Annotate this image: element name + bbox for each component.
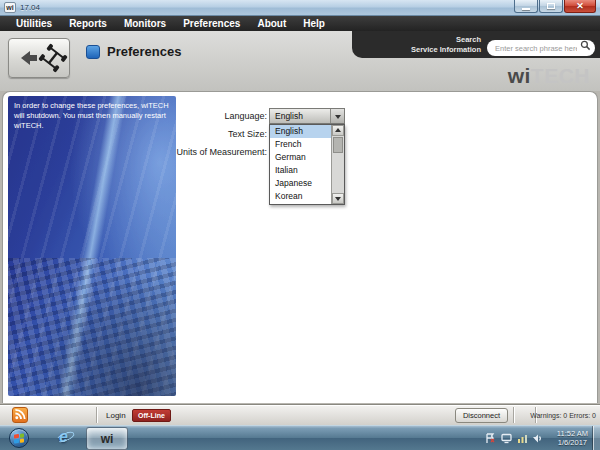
rss-glyph — [14, 407, 27, 421]
menu-utilities[interactable]: Utilities — [16, 18, 52, 29]
page-header: Preferences Search Service Information w… — [0, 31, 600, 91]
logo-tech: TECH — [531, 64, 590, 87]
chevron-up-icon — [472, 432, 478, 450]
search-icon[interactable] — [580, 40, 591, 51]
volume-icon[interactable] — [532, 433, 543, 444]
units-of-measurement-label: Units of Measurement: — [43, 144, 267, 162]
preferences-icon — [86, 45, 100, 59]
statusbar-divider — [96, 407, 97, 423]
login-link[interactable]: Login — [106, 411, 126, 420]
restart-notice-text: In order to change these preferences, wi… — [8, 96, 176, 135]
language-dropdown-button[interactable] — [330, 109, 344, 123]
close-icon: ✕ — [576, 2, 584, 11]
close-button[interactable]: ✕ — [564, 0, 596, 13]
search-panel: Search Service Information — [352, 31, 600, 58]
windows-taskbar: e wi 11:52 AM 1/6/2017 — [0, 425, 600, 450]
menu-reports[interactable]: Reports — [69, 18, 107, 29]
menu-help[interactable]: Help — [303, 18, 325, 29]
menu-preferences[interactable]: Preferences — [183, 18, 240, 29]
clock-time: 11:52 AM — [557, 429, 588, 438]
warnings-errors-count: Warnings: 0 Errors: 0 — [530, 412, 596, 419]
logo-wi: wi — [508, 64, 531, 87]
window-title: 17.04 — [20, 3, 40, 12]
maximize-button[interactable] — [539, 0, 563, 13]
search-box — [487, 37, 595, 53]
scrollbar-thumb[interactable] — [333, 137, 343, 153]
tray-expand-button[interactable] — [472, 435, 478, 450]
option-english[interactable]: English — [270, 125, 331, 138]
search-label: Search Service Information — [411, 35, 481, 54]
statusbar-divider — [513, 407, 514, 423]
witech-taskbar-button[interactable]: wi — [86, 427, 128, 450]
option-korean[interactable]: Korean — [270, 190, 331, 203]
internet-explorer-button[interactable]: e — [56, 428, 76, 448]
language-options: English French German Italian Japanese K… — [270, 125, 331, 204]
back-to-vehicle-button[interactable] — [8, 38, 70, 78]
start-button[interactable] — [9, 428, 29, 448]
scroll-down-icon — [335, 197, 341, 204]
minimize-button[interactable] — [514, 0, 538, 13]
sidebar-keyboard-graphic — [8, 258, 176, 396]
preferences-content-panel: In order to change these preferences, wi… — [2, 91, 598, 403]
witech-logo: wiTECH — [508, 64, 590, 88]
option-french[interactable]: French — [270, 138, 331, 151]
show-desktop-button[interactable] — [593, 426, 600, 450]
status-bar: Login Off-Line Disconnect Warnings: 0 Er… — [0, 404, 600, 425]
option-japanese[interactable]: Japanese — [270, 177, 331, 190]
vehicle-chassis-icon — [36, 41, 70, 75]
witech-application-window: wi 17.04 ✕ Utilities Reports Monitors Pr… — [0, 0, 600, 450]
maximize-icon — [547, 3, 555, 9]
disconnect-button[interactable]: Disconnect — [455, 408, 508, 423]
feed-icon[interactable] — [12, 407, 28, 423]
language-dropdown-list: English French German Italian Japanese K… — [269, 124, 345, 205]
option-german[interactable]: German — [270, 151, 331, 164]
page-title: Preferences — [107, 44, 181, 59]
clock-date: 1/6/2017 — [557, 438, 588, 447]
language-selected-value: English — [270, 109, 330, 123]
taskbar-clock[interactable]: 11:52 AM 1/6/2017 — [557, 429, 588, 448]
main-area: In order to change these preferences, wi… — [0, 91, 600, 404]
action-center-flag-icon[interactable] — [485, 433, 496, 444]
scroll-down-button[interactable] — [332, 193, 344, 204]
dropdown-scrollbar[interactable] — [331, 125, 344, 204]
chevron-down-icon — [335, 115, 341, 122]
window-titlebar: wi 17.04 ✕ — [0, 0, 600, 16]
network-status-icon[interactable] — [517, 433, 528, 444]
witech-taskbar-label: wi — [101, 432, 114, 446]
scroll-up-icon — [335, 125, 341, 132]
search-label-line1: Search — [411, 35, 481, 44]
menu-monitors[interactable]: Monitors — [124, 18, 166, 29]
windows-logo-icon — [14, 433, 24, 443]
scroll-up-button[interactable] — [332, 125, 344, 136]
search-label-line2: Service Information — [411, 45, 481, 54]
device-monitor-icon[interactable] — [501, 433, 512, 444]
back-arrow-icon — [14, 51, 37, 65]
app-icon: wi — [4, 2, 16, 13]
menu-bar: Utilities Reports Monitors Preferences A… — [0, 16, 600, 31]
offline-status-badge: Off-Line — [132, 409, 171, 422]
option-italian[interactable]: Italian — [270, 164, 331, 177]
minimize-icon — [522, 8, 530, 10]
language-select[interactable]: English — [269, 108, 345, 124]
window-controls: ✕ — [513, 0, 596, 13]
menu-about[interactable]: About — [257, 18, 286, 29]
search-input[interactable] — [487, 40, 595, 56]
page-title-row: Preferences — [86, 44, 181, 59]
